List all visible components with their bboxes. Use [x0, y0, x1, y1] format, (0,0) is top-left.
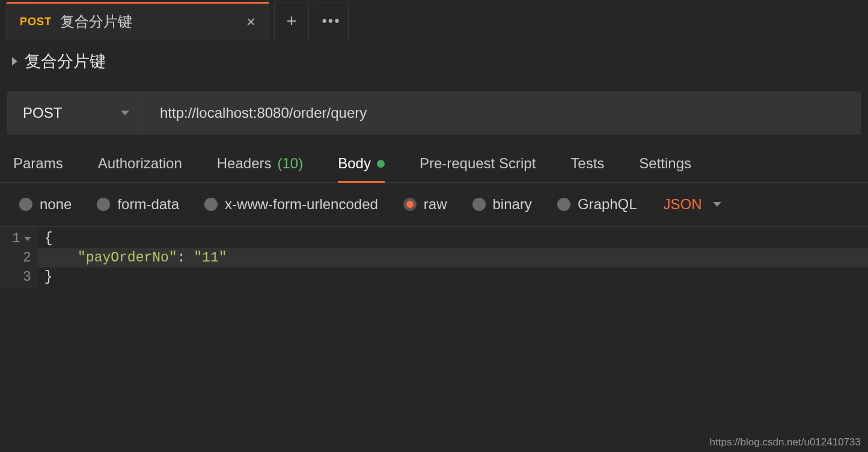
url-input[interactable]: http://localhost:8080/order/query	[144, 91, 861, 135]
tab-headers[interactable]: Headers (10)	[217, 155, 303, 182]
body-type-row: none form-data x-www-form-urlencoded raw…	[0, 183, 868, 227]
url-text: http://localhost:8080/order/query	[160, 105, 367, 121]
plus-icon: +	[286, 12, 297, 30]
dots-icon: •••	[322, 13, 340, 29]
tab-tests[interactable]: Tests	[570, 155, 604, 182]
format-label: JSON	[664, 196, 702, 213]
tab-body[interactable]: Body	[338, 155, 385, 182]
caret-right-icon[interactable]	[12, 57, 17, 66]
tab-authorization[interactable]: Authorization	[98, 155, 182, 182]
request-tab[interactable]: POST 复合分片键 ×	[6, 2, 269, 40]
bodytype-raw[interactable]: raw	[403, 196, 447, 213]
method-select[interactable]: POST	[7, 91, 144, 135]
tab-overflow-button[interactable]: •••	[314, 2, 349, 40]
body-format-select[interactable]: JSON	[664, 196, 721, 213]
url-bar: POST http://localhost:8080/order/query	[7, 91, 861, 135]
radio-icon	[403, 198, 417, 211]
bodytype-graphql[interactable]: GraphQL	[557, 196, 637, 213]
fold-caret-icon[interactable]	[24, 237, 31, 241]
code-line: {	[37, 229, 868, 248]
new-tab-button[interactable]: +	[274, 2, 309, 40]
tab-method-label: POST	[20, 16, 52, 28]
radio-icon	[97, 198, 110, 211]
radio-icon	[204, 198, 218, 211]
caret-down-icon	[121, 111, 129, 115]
watermark: https://blog.csdn.net/u012410733	[710, 436, 861, 448]
caret-down-icon	[713, 202, 721, 207]
bodytype-binary[interactable]: binary	[472, 196, 532, 213]
code-line: "payOrderNo": "11"	[37, 248, 868, 267]
status-dot-icon	[377, 160, 385, 168]
request-name[interactable]: 复合分片键	[25, 50, 106, 72]
tabs-row: POST 复合分片键 × + •••	[0, 0, 868, 42]
tab-params[interactable]: Params	[13, 155, 63, 182]
radio-icon	[557, 198, 570, 211]
tab-prerequest[interactable]: Pre-request Script	[420, 155, 536, 182]
bodytype-none[interactable]: none	[19, 196, 72, 213]
bodytype-formdata[interactable]: form-data	[97, 196, 179, 213]
tab-settings[interactable]: Settings	[639, 155, 691, 182]
code-line: }	[37, 267, 868, 287]
request-name-row: 复合分片键	[0, 42, 868, 83]
body-editor[interactable]: 1 2 3 { "payOrderNo": "11" }	[0, 227, 868, 289]
method-select-value: POST	[23, 105, 62, 121]
request-subtabs: Params Authorization Headers (10) Body P…	[0, 135, 868, 183]
radio-icon	[472, 198, 486, 211]
bodytype-xwww[interactable]: x-www-form-urlencoded	[204, 196, 378, 213]
tab-title: 复合分片键	[60, 12, 234, 31]
close-icon[interactable]: ×	[246, 14, 255, 29]
editor-gutter: 1 2 3	[0, 227, 37, 289]
editor-content[interactable]: { "payOrderNo": "11" }	[37, 227, 868, 289]
radio-icon	[19, 198, 32, 211]
headers-count-badge: (10)	[278, 155, 304, 172]
